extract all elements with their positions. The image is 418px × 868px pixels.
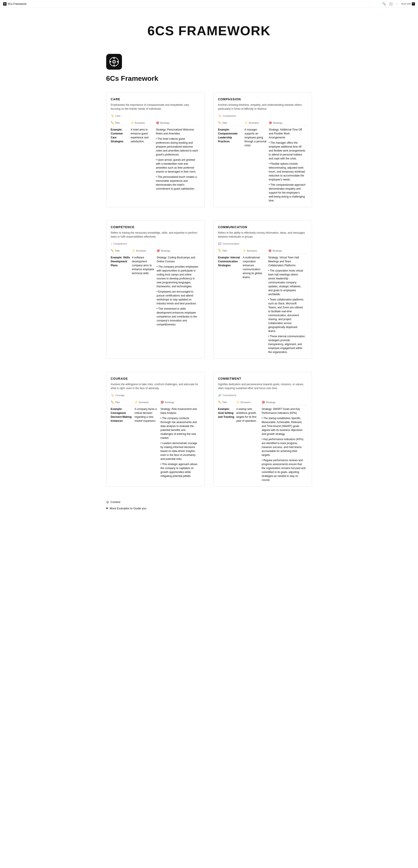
competence-tag-row: ↕️ Competence: [111, 242, 200, 246]
courage-tag-row: 🏷️ Courage: [111, 393, 200, 397]
commitment-example-title: Example: Goal Setting and Tracking: [218, 405, 236, 482]
communication-card: COMMUNICATION Refers to the ability to e…: [214, 220, 312, 359]
nav-bar: 6 6Cs Framework 🔍 ⬜ ··· Built with N: [0, 0, 418, 8]
compassion-table: ✏️Title ⚡Scenario 🎯Strategy Example: Com…: [218, 120, 308, 203]
share-icon[interactable]: ⬜: [389, 2, 393, 6]
nav-title: 6Cs Framework: [8, 2, 27, 6]
footer-item-examples-label: More Examples to Guide you: [110, 506, 147, 510]
competence-strategy: Strategy: Coding Bootcamps and Online Co…: [157, 254, 200, 327]
commitment-table-row: Example: Goal Setting and Tracking A sta…: [218, 405, 308, 482]
care-table-row: Example: Customer Care Strategies A hote…: [111, 126, 200, 191]
svg-point-5: [117, 61, 118, 62]
context-icon: ◎: [106, 500, 109, 504]
care-col-title: ✏️Title: [111, 120, 131, 126]
compassion-title: COMPASSION: [218, 97, 308, 102]
more-icon[interactable]: ···: [396, 2, 398, 6]
care-table: ✏️Title ⚡Scenario 🎯Strategy Example: Cus…: [111, 120, 200, 191]
commitment-col-scenario: ⚡Scenario: [236, 399, 262, 405]
communication-card-header: COMMUNICATION Refers to the ability to e…: [218, 225, 308, 239]
courage-table: ✏️Title ⚡Scenario 🎯Strategy Example: Cou…: [111, 399, 200, 478]
courage-card-header: COURAGE Involves the willingness to take…: [111, 376, 200, 390]
care-card: CARE Emphasises the importance of compas…: [106, 92, 205, 207]
competence-table-row: Example: Skills Development Plans A soft…: [111, 254, 200, 327]
compassion-desc: Involves showing kindness, empathy, and …: [218, 103, 308, 111]
compassion-tag-row: 🏷️ Compassion: [218, 114, 308, 118]
commitment-col-title: ✏️Title: [218, 399, 236, 405]
courage-col-title: ✏️Title: [111, 399, 135, 405]
care-tag: Care: [116, 114, 121, 118]
competence-desc: Refers to having the necessary knowledge…: [111, 231, 200, 239]
care-card-header: CARE Emphasises the importance of compas…: [111, 97, 200, 111]
notion-logo: N: [412, 2, 415, 5]
communication-table: ✏️Title ⚡Scenario 🎯Strategy Example: Int…: [218, 248, 308, 354]
compassion-col-title: ✏️Title: [218, 120, 245, 126]
communication-strategy: Strategy: Virtual Town Hall Meetings and…: [268, 254, 308, 354]
page-wrapper: 6CS FRAMEWORK C 6Cs Framework CARE Empha…: [89, 8, 329, 528]
compassion-card: COMPASSION Involves showing kindness, em…: [214, 92, 312, 207]
compassion-example-title: Example: Compassionate Leadership Practi…: [218, 126, 245, 203]
nav-title-group: 6 6Cs Framework: [3, 2, 27, 6]
footer-item-context[interactable]: ◎ Context: [106, 500, 312, 504]
care-title: CARE: [111, 97, 200, 102]
courage-strategy: Strategy: Risk Assessment and Data Analy…: [161, 405, 200, 478]
built-with-label: Built with N: [401, 2, 415, 6]
communication-title: COMMUNICATION: [218, 225, 308, 229]
page-subtitle: 6Cs Framework: [106, 73, 158, 84]
care-col-scenario: ⚡Scenario: [130, 120, 156, 126]
commitment-tag: Commitment: [223, 394, 236, 397]
communication-table-row: Example: Internal Communication Strategi…: [218, 254, 308, 354]
commitment-tag-row: 🔗 Commitment: [218, 393, 308, 397]
page-header: C 6Cs Framework: [106, 54, 312, 84]
competence-title: COMPETENCE: [111, 225, 200, 229]
care-example-title: Example: Customer Care Strategies: [111, 126, 131, 191]
svg-point-3: [114, 65, 115, 66]
communication-tag-row: 💬 Communication: [218, 242, 308, 246]
care-col-strategy: 🎯Strategy: [156, 120, 200, 126]
communication-col-scenario: ⚡Scenario: [243, 248, 268, 254]
courage-desc: Involves the willingness to take risks, …: [111, 382, 200, 390]
care-tag-row: 🏷️ Care: [111, 114, 200, 118]
svg-text:C: C: [113, 60, 115, 63]
footer-item-examples[interactable]: ♥ More Examples to Guide you: [106, 506, 312, 510]
communication-example-title: Example: Internal Communication Strategi…: [218, 254, 243, 354]
svg-point-4: [110, 61, 111, 62]
compassion-col-scenario: ⚡Scenario: [245, 120, 269, 126]
care-scenario: A hotel aims to enhance guest experience…: [130, 126, 156, 191]
courage-example-title: Example: Courageous Decision-Making Inst…: [111, 405, 135, 478]
courage-tag: Courage: [116, 394, 125, 397]
section-row-2: COMPETENCE Refers to having the necessar…: [106, 220, 312, 359]
courage-col-scenario: ⚡Scenario: [134, 399, 160, 405]
compassion-tag: Compassion: [223, 114, 236, 118]
competence-col-scenario: ⚡Scenario: [132, 248, 157, 254]
courage-card: COURAGE Involves the willingness to take…: [106, 372, 205, 487]
competence-card-header: COMPETENCE Refers to having the necessar…: [111, 225, 200, 239]
courage-scenario: A company faces a critical decision rega…: [134, 405, 160, 478]
competence-table: ✏️Title ⚡Scenario 🎯Strategy Example: Ski…: [111, 248, 200, 327]
footer-item-context-label: Context: [110, 500, 121, 504]
compassion-scenario: A manager supports an employee going thr…: [245, 126, 269, 203]
courage-title: COURAGE: [111, 376, 200, 381]
section-row-3: COURAGE Involves the willingness to take…: [106, 372, 312, 487]
compassion-card-header: COMPASSION Involves showing kindness, em…: [218, 97, 308, 111]
communication-desc: Refers to the ability to effectively con…: [218, 231, 308, 239]
competence-scenario: A software development company aims to e…: [132, 254, 157, 327]
compassion-col-strategy: 🎯Strategy: [269, 120, 307, 126]
commitment-card: COMMITMENT Signifies dedication and pers…: [214, 372, 312, 487]
competence-tag: Competence: [114, 242, 127, 246]
page-icon: C: [106, 54, 122, 70]
commitment-col-strategy: 🎯Strategy: [262, 399, 307, 405]
main-title: 6CS FRAMEWORK: [106, 21, 312, 41]
competence-card: COMPETENCE Refers to having the necessar…: [106, 220, 205, 359]
footer-items: ◎ Context ♥ More Examples to Guide you: [106, 500, 312, 510]
search-icon[interactable]: 🔍: [382, 2, 386, 6]
examples-icon: ♥: [106, 506, 108, 510]
svg-point-2: [114, 58, 115, 59]
care-strategy: Strategy: Personalized Welcome Notes and…: [156, 126, 200, 191]
competence-example-title: Example: Skills Development Plans: [111, 254, 132, 327]
commitment-title: COMMITMENT: [218, 376, 308, 381]
care-desc: Emphasises the importance of compassiona…: [111, 103, 200, 111]
section-row-1: CARE Emphasises the importance of compas…: [106, 92, 312, 207]
communication-tag: Communication: [223, 242, 239, 246]
commitment-desc: Signifies dedication and perseverance to…: [218, 382, 308, 390]
competence-col-title: ✏️Title: [111, 248, 132, 254]
